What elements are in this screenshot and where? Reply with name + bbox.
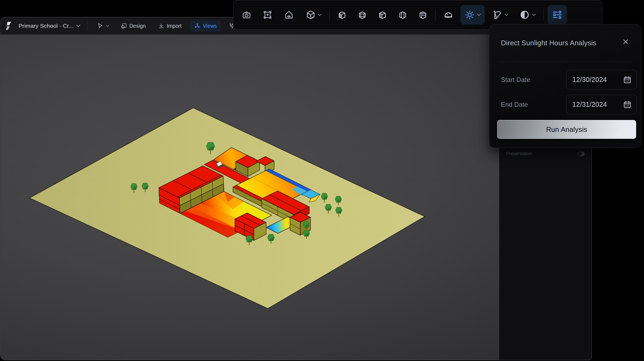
toolbar-divider — [435, 9, 436, 21]
presentation-row: Presentation — [500, 148, 592, 159]
calendar-icon — [623, 100, 632, 109]
view-cube-side-button[interactable] — [394, 5, 411, 25]
views-axes-icon — [194, 23, 200, 29]
view-cube-front-button[interactable] — [354, 5, 371, 25]
view-cube-bottom-button[interactable] — [374, 5, 391, 25]
contrast-button[interactable] — [515, 5, 540, 25]
project-title: Primary School - Cr... — [19, 23, 74, 29]
dome-icon — [443, 10, 453, 20]
orient-cube-button[interactable] — [302, 5, 326, 25]
view-cube-split-icon — [418, 10, 428, 20]
tab-import[interactable]: Import — [154, 20, 185, 32]
end-date-input[interactable]: 12/31/2024 — [566, 95, 637, 114]
import-download-icon — [158, 23, 164, 29]
chevron-down-icon — [477, 13, 481, 16]
dialog-title: Direct Sunlight Hours Analysis — [501, 39, 596, 47]
view-cube-split-button[interactable] — [414, 5, 432, 25]
contrast-icon — [519, 9, 530, 20]
view-cube-sw-icon — [337, 10, 347, 20]
analysis-settings-button[interactable] — [548, 5, 567, 25]
sun-analysis-icon — [464, 9, 475, 20]
frame-capture-icon — [263, 10, 272, 19]
tab-views-label: Views — [203, 23, 217, 29]
viewport-3d[interactable] — [0, 35, 499, 360]
camera-icon — [242, 10, 251, 19]
sun-analysis-button[interactable] — [461, 5, 485, 25]
view-cube-side-icon — [398, 10, 408, 20]
tab-import-label: Import — [167, 23, 182, 29]
run-analysis-label: Run Analysis — [546, 125, 587, 134]
select-tool-button[interactable] — [93, 20, 113, 32]
start-date-value: 12/30/2024 — [572, 76, 623, 84]
dialog-close-button[interactable] — [621, 37, 630, 46]
camera-button[interactable] — [238, 5, 255, 25]
toggle-knob — [578, 152, 582, 156]
start-date-label: Start Date — [501, 76, 530, 84]
toolbar-divider — [543, 9, 544, 21]
app-logo-icon[interactable] — [5, 22, 12, 30]
analysis-settings-icon — [551, 9, 563, 21]
tab-views[interactable]: Views — [190, 20, 221, 32]
run-analysis-button[interactable]: Run Analysis — [497, 120, 636, 139]
screen: Primary School - Cr... Desig — [0, 0, 644, 361]
cube-sparkle-icon — [306, 10, 316, 20]
sun-path-button[interactable] — [488, 5, 512, 25]
header-divider — [87, 21, 87, 31]
view-cube-bottom-icon — [378, 10, 387, 20]
end-date-value: 12/31/2024 — [572, 101, 623, 108]
presentation-toggle[interactable] — [577, 152, 585, 156]
view-cube-sw-button[interactable] — [333, 5, 351, 25]
chevron-down-icon — [318, 13, 322, 16]
dialog-divider — [498, 62, 632, 62]
chevron-down-icon — [106, 25, 109, 27]
tab-design-label: Design — [129, 23, 146, 29]
start-date-input[interactable]: 12/30/2024 — [566, 70, 637, 90]
chevron-down-icon — [504, 13, 508, 16]
shelter-button[interactable] — [280, 5, 297, 25]
scene-3d — [0, 35, 499, 360]
presentation-label: Presentation — [506, 151, 532, 156]
calendar-icon — [623, 75, 632, 84]
chevron-down-icon — [76, 25, 81, 27]
chevron-down-icon — [532, 13, 536, 16]
design-shapes-icon — [121, 23, 127, 29]
tab-design[interactable]: Design — [117, 20, 150, 32]
sun-path-icon — [492, 9, 503, 20]
close-icon — [622, 38, 629, 45]
environment-button[interactable] — [439, 5, 457, 25]
frame-capture-button[interactable] — [259, 5, 276, 25]
project-title-button[interactable]: Primary School - Cr... — [19, 23, 81, 29]
end-date-label: End Date — [501, 101, 528, 108]
toolbar-divider — [329, 9, 330, 21]
cursor-icon — [97, 23, 103, 29]
shelter-icon — [284, 10, 294, 20]
sunlight-analysis-dialog: Direct Sunlight Hours Analysis Start Dat… — [489, 24, 641, 148]
view-cube-front-icon — [357, 10, 367, 20]
